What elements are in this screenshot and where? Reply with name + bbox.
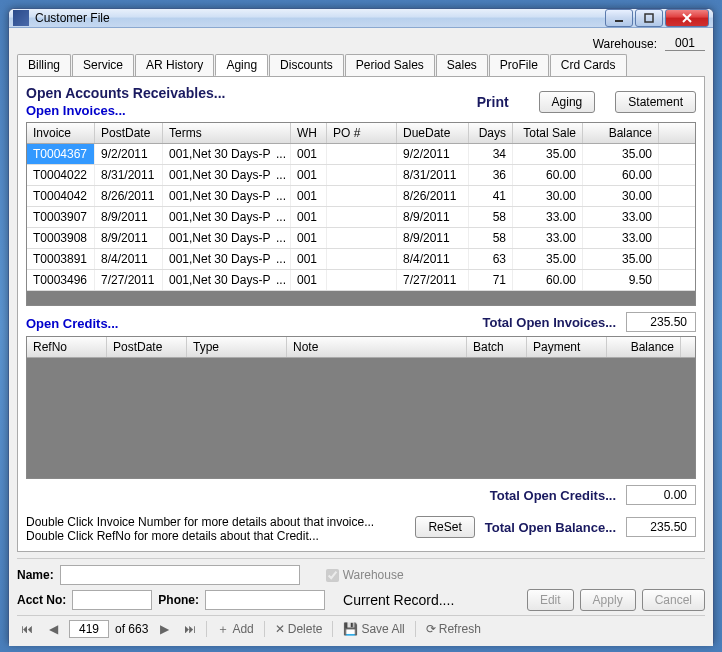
tab-profile[interactable]: ProFile <box>489 54 549 76</box>
table-row[interactable]: T00040428/26/2011001,Net 30 Days-P...001… <box>27 186 695 207</box>
cell[interactable]: 8/31/2011 <box>397 165 469 185</box>
cell[interactable]: 9.50 <box>583 270 659 290</box>
col-total-sale[interactable]: Total Sale <box>513 123 583 143</box>
cell[interactable]: 8/26/2011 <box>95 186 163 206</box>
cell[interactable]: 35.00 <box>583 249 659 269</box>
tab-service[interactable]: Service <box>72 54 134 76</box>
cell[interactable]: 001 <box>291 207 327 227</box>
credits-grid[interactable]: RefNo PostDate Type Note Batch Payment B… <box>26 336 696 479</box>
cell[interactable]: 34 <box>469 144 513 164</box>
cell[interactable]: 60.00 <box>513 270 583 290</box>
delete-button[interactable]: ✕Delete <box>271 622 327 636</box>
cell[interactable] <box>327 270 397 290</box>
cell[interactable]: 8/9/2011 <box>95 228 163 248</box>
cell[interactable]: 35.00 <box>583 144 659 164</box>
phone-input[interactable] <box>205 590 325 610</box>
cell[interactable]: 58 <box>469 228 513 248</box>
col-note[interactable]: Note <box>287 337 467 357</box>
apply-button[interactable]: Apply <box>580 589 636 611</box>
col-batch[interactable]: Batch <box>467 337 527 357</box>
col-terms[interactable]: Terms <box>163 123 291 143</box>
nav-next-icon[interactable]: ▶ <box>154 620 174 638</box>
close-button[interactable] <box>665 9 709 27</box>
cell[interactable] <box>327 165 397 185</box>
cell[interactable]: 001 <box>291 228 327 248</box>
cell[interactable]: 001,Net 30 Days-P... <box>163 270 291 290</box>
table-row[interactable]: T00040228/31/2011001,Net 30 Days-P...001… <box>27 165 695 186</box>
col-postdate[interactable]: PostDate <box>95 123 163 143</box>
col-po[interactable]: PO # <box>327 123 397 143</box>
invoices-grid[interactable]: Invoice PostDate Terms WH PO # DueDate D… <box>26 122 696 306</box>
cell[interactable]: 001,Net 30 Days-P... <box>163 228 291 248</box>
save-all-button[interactable]: 💾Save All <box>339 622 408 636</box>
col-duedate[interactable]: DueDate <box>397 123 469 143</box>
refresh-button[interactable]: ⟳Refresh <box>422 622 485 636</box>
cell[interactable]: 7/27/2011 <box>397 270 469 290</box>
cell[interactable]: T0004042 <box>27 186 95 206</box>
name-input[interactable] <box>60 565 300 585</box>
acct-input[interactable] <box>72 590 152 610</box>
cell[interactable] <box>327 186 397 206</box>
cell[interactable]: T0004022 <box>27 165 95 185</box>
cell[interactable]: 33.00 <box>583 228 659 248</box>
tab-discounts[interactable]: Discounts <box>269 54 344 76</box>
cell[interactable]: 8/9/2011 <box>95 207 163 227</box>
cell[interactable]: 9/2/2011 <box>95 144 163 164</box>
cell[interactable]: 001 <box>291 249 327 269</box>
cell[interactable]: T0003908 <box>27 228 95 248</box>
cell[interactable]: 33.00 <box>583 207 659 227</box>
edit-button[interactable]: Edit <box>527 589 574 611</box>
cell[interactable]: 001 <box>291 165 327 185</box>
cell[interactable]: 41 <box>469 186 513 206</box>
nav-prev-icon[interactable]: ◀ <box>43 620 63 638</box>
cell[interactable]: 001,Net 30 Days-P... <box>163 186 291 206</box>
col-balance[interactable]: Balance <box>583 123 659 143</box>
cell[interactable]: T0003907 <box>27 207 95 227</box>
cell[interactable]: 001,Net 30 Days-P... <box>163 249 291 269</box>
cell[interactable]: 7/27/2011 <box>95 270 163 290</box>
cell[interactable]: 9/2/2011 <box>397 144 469 164</box>
cell[interactable] <box>327 228 397 248</box>
cell[interactable]: 8/9/2011 <box>397 228 469 248</box>
tab-billing[interactable]: Billing <box>17 54 71 76</box>
titlebar[interactable]: Customer File <box>9 9 713 28</box>
cell[interactable]: 8/31/2011 <box>95 165 163 185</box>
maximize-button[interactable] <box>635 9 663 27</box>
cell[interactable]: T0003891 <box>27 249 95 269</box>
table-row[interactable]: T00039088/9/2011001,Net 30 Days-P...0018… <box>27 228 695 249</box>
cell[interactable] <box>327 207 397 227</box>
cell[interactable]: 8/4/2011 <box>397 249 469 269</box>
cell[interactable] <box>327 249 397 269</box>
cell[interactable]: 001,Net 30 Days-P... <box>163 144 291 164</box>
table-row[interactable]: T00043679/2/2011001,Net 30 Days-P...0019… <box>27 144 695 165</box>
tab-sales[interactable]: Sales <box>436 54 488 76</box>
cell[interactable]: 33.00 <box>513 207 583 227</box>
cell[interactable]: T0004367 <box>27 144 95 164</box>
tab-aging[interactable]: Aging <box>215 54 268 76</box>
cell[interactable]: 35.00 <box>513 144 583 164</box>
cell[interactable]: T0003496 <box>27 270 95 290</box>
nav-first-icon[interactable]: ⏮ <box>17 620 37 638</box>
cell[interactable]: 8/26/2011 <box>397 186 469 206</box>
cell[interactable]: 35.00 <box>513 249 583 269</box>
col-wh[interactable]: WH <box>291 123 327 143</box>
cell[interactable]: 30.00 <box>513 186 583 206</box>
col-type[interactable]: Type <box>187 337 287 357</box>
cell[interactable]: 30.00 <box>583 186 659 206</box>
table-row[interactable]: T00038918/4/2011001,Net 30 Days-P...0018… <box>27 249 695 270</box>
col-c-balance[interactable]: Balance <box>607 337 681 357</box>
cell[interactable]: 8/9/2011 <box>397 207 469 227</box>
cell[interactable]: 001 <box>291 270 327 290</box>
cell[interactable]: 36 <box>469 165 513 185</box>
table-row[interactable]: T00039078/9/2011001,Net 30 Days-P...0018… <box>27 207 695 228</box>
tab-period-sales[interactable]: Period Sales <box>345 54 435 76</box>
tab-crd-cards[interactable]: Crd Cards <box>550 54 627 76</box>
col-payment[interactable]: Payment <box>527 337 607 357</box>
aging-button[interactable]: Aging <box>539 91 596 113</box>
cell[interactable]: 001 <box>291 144 327 164</box>
cell[interactable]: 001,Net 30 Days-P... <box>163 207 291 227</box>
cell[interactable]: 33.00 <box>513 228 583 248</box>
tab-ar-history[interactable]: AR History <box>135 54 214 76</box>
cell[interactable]: 8/4/2011 <box>95 249 163 269</box>
cell[interactable]: 71 <box>469 270 513 290</box>
